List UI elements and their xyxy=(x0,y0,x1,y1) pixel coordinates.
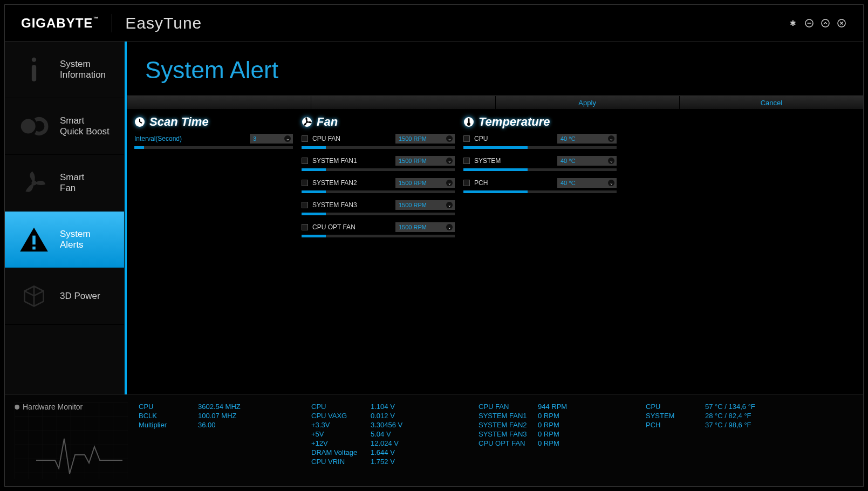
close-button[interactable] xyxy=(836,18,847,29)
temp-select[interactable]: 40 °C⌄ xyxy=(557,156,617,166)
action-blank-2 xyxy=(311,96,495,109)
apply-button[interactable]: Apply xyxy=(495,96,679,109)
action-bar: Apply Cancel xyxy=(127,96,863,110)
fan-slider[interactable] xyxy=(302,235,455,237)
temp-select[interactable]: 40 °C⌄ xyxy=(557,134,617,144)
stat-key: SYSTEM FAN1 xyxy=(479,412,530,420)
chevron-down-icon: ⌄ xyxy=(284,135,291,142)
stat-row: CPU3602.54 MHZ xyxy=(139,403,300,411)
slider-fill xyxy=(463,168,528,171)
fan-checkbox[interactable] xyxy=(302,135,308,142)
fan-row: SYSTEM FAN11500 RPM⌄ xyxy=(302,154,455,171)
hardware-monitor[interactable]: Hardware Monitor xyxy=(15,403,128,479)
sidebar-item-sysinfo[interactable]: System Information xyxy=(5,42,124,98)
panel-head-temp: Temperature xyxy=(463,115,617,129)
chevron-down-icon: ⌄ xyxy=(608,180,614,186)
stat-row: +3.3V3.30456 V xyxy=(311,421,468,429)
stat-key: PCH xyxy=(646,421,698,429)
panel-scan-time: Scan Time Interval(Second) 3⌄ xyxy=(130,112,297,391)
fan-select[interactable]: 1500 RPM⌄ xyxy=(395,200,455,210)
sidebar-item-3dpower[interactable]: 3D Power xyxy=(5,268,124,325)
interval-row: Interval(Second) 3⌄ xyxy=(134,132,293,154)
panel-fan: Fan CPU FAN1500 RPM⌄SYSTEM FAN11500 RPM⌄… xyxy=(297,112,459,391)
cancel-button[interactable]: Cancel xyxy=(679,96,863,109)
fan-slider[interactable] xyxy=(302,168,455,171)
temp-select[interactable]: 40 °C⌄ xyxy=(557,178,617,188)
info-icon xyxy=(18,53,50,86)
titlebar: GIGABYTE™ EasyTune ✱ xyxy=(5,5,863,42)
sidebar-item-label: Smart Fan xyxy=(60,172,84,193)
chevron-down-icon: ⌄ xyxy=(446,135,453,142)
svg-point-6 xyxy=(21,119,36,134)
interval-slider[interactable] xyxy=(134,146,293,149)
fan-row: CPU OPT FAN1500 RPM⌄ xyxy=(302,221,455,237)
svg-point-15 xyxy=(467,122,470,126)
fan-slider[interactable] xyxy=(302,146,455,149)
slider-fill xyxy=(463,190,528,193)
maximize-button[interactable] xyxy=(820,18,831,29)
stat-key: SYSTEM xyxy=(646,412,698,420)
cube-icon xyxy=(18,280,50,312)
sidebar-item-smartfan[interactable]: Smart Fan xyxy=(5,155,124,212)
chevron-down-icon: ⌄ xyxy=(608,135,614,142)
svg-point-2 xyxy=(822,19,829,27)
ecg-icon xyxy=(36,431,122,479)
stats-temps: CPU57 °C / 134,6 °FSYSTEM28 °C / 82,4 °F… xyxy=(646,403,781,482)
temp-checkbox[interactable] xyxy=(463,135,470,142)
temp-checkbox[interactable] xyxy=(463,180,470,186)
fan-slider[interactable] xyxy=(302,190,455,193)
stat-value: 0 RPM xyxy=(538,439,559,447)
alert-icon xyxy=(18,223,50,256)
brand-separator xyxy=(112,14,112,32)
stat-value: 1.104 V xyxy=(371,403,395,411)
settings-button[interactable]: ✱ xyxy=(788,18,798,29)
stats-clock: CPU3602.54 MHZBCLK100.07 MHZMultiplier36… xyxy=(139,403,300,482)
stat-value: 0 RPM xyxy=(538,430,559,438)
sidebar-item-quickboost[interactable]: Smart Quick Boost xyxy=(5,98,124,155)
stat-value: 57 °C / 134,6 °F xyxy=(705,403,755,411)
fan-select[interactable]: 1500 RPM⌄ xyxy=(395,178,455,188)
fan-checkbox[interactable] xyxy=(302,202,308,208)
fan-select[interactable]: 1500 RPM⌄ xyxy=(395,222,455,232)
app-body: System Information Smart Quick Boost Sma… xyxy=(5,42,863,394)
fan-slider[interactable] xyxy=(302,213,455,215)
chevron-down-icon: ⌄ xyxy=(446,202,453,208)
fan-checkbox[interactable] xyxy=(302,224,308,230)
boost-icon xyxy=(18,110,50,142)
slider-fill xyxy=(302,190,326,193)
fan-row: SYSTEM FAN31500 RPM⌄ xyxy=(302,199,455,215)
interval-select[interactable]: 3⌄ xyxy=(250,134,293,144)
stat-row: SYSTEM28 °C / 82,4 °F xyxy=(646,412,781,420)
temp-slider[interactable] xyxy=(463,190,617,193)
stat-key: CPU xyxy=(646,403,698,411)
temp-row: CPU40 °C⌄ xyxy=(463,132,617,149)
sidebar-item-label: System Information xyxy=(60,59,106,80)
sidebar-item-alerts[interactable]: System Alerts xyxy=(5,212,124,268)
stat-row: PCH37 °C / 98,6 °F xyxy=(646,421,781,429)
stat-key: +5V xyxy=(311,430,363,438)
fan-icon xyxy=(18,167,50,199)
stat-value: 36.00 xyxy=(198,421,216,429)
stats-fans: CPU FAN944 RPMSYSTEM FAN10 RPMSYSTEM FAN… xyxy=(479,403,635,482)
fan-label: SYSTEM FAN2 xyxy=(312,179,391,187)
stat-value: 5.04 V xyxy=(371,430,391,438)
fan-label: SYSTEM FAN3 xyxy=(312,201,391,209)
stat-value: 37 °C / 98,6 °F xyxy=(705,421,751,429)
temp-slider[interactable] xyxy=(463,146,617,149)
fan-checkbox[interactable] xyxy=(302,158,308,164)
fan-checkbox[interactable] xyxy=(302,180,308,186)
fan-select[interactable]: 1500 RPM⌄ xyxy=(395,134,455,144)
window-controls: ✱ xyxy=(788,18,847,29)
app-name: EasyTune xyxy=(125,14,202,32)
fan-label: SYSTEM FAN1 xyxy=(312,157,391,165)
fan-small-icon xyxy=(302,117,312,127)
stat-value: 28 °C / 82,4 °F xyxy=(705,412,751,420)
fan-select[interactable]: 1500 RPM⌄ xyxy=(395,156,455,166)
stat-value: 944 RPM xyxy=(538,403,567,411)
temp-label: CPU xyxy=(474,135,553,142)
temp-slider[interactable] xyxy=(463,168,617,171)
chevron-up-circle-icon xyxy=(821,19,830,28)
temp-checkbox[interactable] xyxy=(463,158,470,164)
minimize-button[interactable] xyxy=(804,18,815,29)
slider-fill xyxy=(302,235,326,237)
